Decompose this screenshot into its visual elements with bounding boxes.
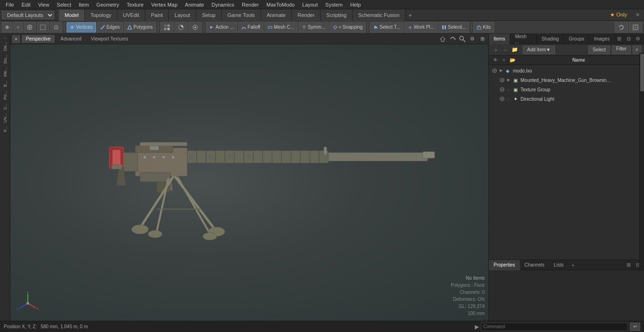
close-layout-btn[interactable]: ✕ xyxy=(633,10,642,20)
right-tab-mesh[interactable]: Mesh ... xyxy=(510,34,537,44)
rotate-view-btn[interactable] xyxy=(615,22,628,32)
world-space-btn[interactable]: ⊕ xyxy=(2,22,12,32)
workplane-btn[interactable]: Work Pl... xyxy=(405,22,438,32)
viewport-canvas[interactable]: No Items Polygons : Face Channels: 0 Def… xyxy=(10,44,488,321)
render-dot-btn[interactable] xyxy=(189,22,202,32)
menu-select[interactable]: Select xyxy=(53,1,75,8)
menu-file[interactable]: File xyxy=(2,1,18,8)
polygons-btn[interactable]: Polygons xyxy=(124,22,156,32)
tree-item-mesh[interactable]: ▣ Mounted_Heavy_Machine_Gun_Brownin... xyxy=(489,75,644,85)
right-tab-shading[interactable]: Shading xyxy=(537,34,564,44)
add-tab-button[interactable]: + xyxy=(405,10,415,20)
tab-setup[interactable]: Setup xyxy=(196,9,222,21)
viewport-container[interactable]: ≡ Perspective Advanced Viewport Textures… xyxy=(10,34,488,321)
menu-view[interactable]: View xyxy=(34,1,53,8)
tree-item-texture[interactable]: ▷ ▣ Texture Group xyxy=(489,85,644,94)
sidebar-item-mesh[interactable]: Me... xyxy=(2,65,8,79)
menu-item[interactable]: Item xyxy=(75,1,92,8)
menu-edit[interactable]: Edit xyxy=(18,1,34,8)
tree-arrow-root[interactable] xyxy=(498,67,504,74)
viewport-settings-icon[interactable]: ⚙ xyxy=(468,35,477,43)
menu-texture[interactable]: Texture xyxy=(123,1,148,8)
selection-sets-btn[interactable]: Selecti... xyxy=(438,22,469,32)
tab-schematic-fusion[interactable]: Schematic Fusion xyxy=(353,9,405,21)
tree-eye-texture[interactable] xyxy=(498,86,506,93)
tree-eye-mesh[interactable] xyxy=(498,76,506,84)
menu-layout[interactable]: Layout xyxy=(298,1,322,8)
tree-arrow-light[interactable]: ▷ xyxy=(506,95,512,103)
props-add-tab-btn[interactable]: + xyxy=(568,260,578,270)
tab-game-tools[interactable]: Game Tools xyxy=(222,9,261,21)
menu-geometry[interactable]: Geometry xyxy=(92,1,123,8)
viewport-menu-btn[interactable]: ≡ xyxy=(12,35,20,43)
props-tab-channels[interactable]: Channels xyxy=(520,260,549,270)
menu-help[interactable]: Help xyxy=(347,1,365,8)
sidebar-item-polygon[interactable]: Po... xyxy=(2,89,8,102)
items-lock-icon[interactable]: + xyxy=(500,57,508,64)
edges-btn[interactable]: Edges xyxy=(97,22,123,32)
snapping-btn[interactable]: ≈ Snapping xyxy=(330,22,366,32)
tab-layout[interactable]: Layout xyxy=(169,9,196,21)
add-item-icon-minus[interactable]: − xyxy=(501,46,510,54)
select-mode-btn[interactable] xyxy=(37,22,49,32)
filter-button[interactable]: Filter xyxy=(612,46,631,54)
collapse-panel-icon[interactable]: ⊟ xyxy=(624,35,633,43)
tree-eye-root[interactable] xyxy=(491,67,498,74)
expand-panel-icon[interactable]: ⊞ xyxy=(615,35,623,43)
menu-vertex-map[interactable]: Vertex Map xyxy=(148,1,182,8)
symmetry-btn[interactable]: Symm... xyxy=(298,22,329,32)
snap-btn[interactable]: ○ xyxy=(13,22,23,32)
command-submit-btn[interactable]: ↵ xyxy=(630,323,640,331)
items-scrollbar-thumb[interactable] xyxy=(640,54,644,91)
menu-animate[interactable]: Animate xyxy=(181,1,207,8)
right-tab-items[interactable]: Items xyxy=(489,34,510,44)
add-item-button[interactable]: Add Item ▼ xyxy=(523,46,555,54)
vertices-btn[interactable]: Vertices xyxy=(66,22,96,32)
menu-dynamics[interactable]: Dynamics xyxy=(208,1,238,8)
viewport-expand-icon[interactable]: ⊞ xyxy=(478,35,487,43)
viewport-grid-btn[interactable] xyxy=(629,22,642,32)
tree-arrow-texture[interactable]: ▷ xyxy=(506,86,512,93)
tab-uvedit[interactable]: UVEdit xyxy=(117,9,145,21)
items-eye-icon[interactable]: 👁 xyxy=(492,57,499,64)
tab-render[interactable]: Render xyxy=(292,9,321,21)
tab-model[interactable]: Model xyxy=(59,9,85,21)
shading-prev-btn[interactable] xyxy=(174,22,188,32)
menu-system[interactable]: System xyxy=(322,1,347,8)
viewport-zoom-icon[interactable] xyxy=(458,35,467,43)
add-item-icon-folder[interactable]: 📁 xyxy=(511,46,519,54)
menu-render[interactable]: Render xyxy=(238,1,263,8)
items-tree[interactable]: ◆ modo.lxo ▣ Mounted_Heavy_Machine_Gun_B… xyxy=(489,65,644,259)
mesh-constraint-btn[interactable]: Mesh C... xyxy=(264,22,297,32)
tree-item-light[interactable]: ▷ ✦ Directional Light xyxy=(489,94,644,104)
add-item-icon-plus[interactable]: + xyxy=(492,46,500,54)
transform-btn[interactable] xyxy=(24,22,36,32)
action-btn[interactable]: Action ... xyxy=(206,22,237,32)
props-tab-properties[interactable]: Properties xyxy=(489,260,520,270)
action-center-btn[interactable] xyxy=(50,22,62,32)
tab-scripting[interactable]: Scripting xyxy=(321,9,353,21)
tree-arrow-mesh[interactable] xyxy=(506,76,512,84)
sidebar-item-deform[interactable]: De... xyxy=(2,40,8,53)
command-input[interactable] xyxy=(481,323,628,331)
right-tab-groups[interactable]: Groups xyxy=(564,34,589,44)
kits-btn[interactable]: Kits xyxy=(473,22,494,32)
items-filter-icon[interactable]: 📂 xyxy=(509,57,516,64)
falloff-btn[interactable]: Falloff xyxy=(238,22,264,32)
sidebar-item-curve[interactable]: C... xyxy=(2,101,8,112)
viewport-perspective-tab[interactable]: Perspective xyxy=(22,35,55,43)
sidebar-item-edit[interactable]: E... xyxy=(2,79,8,89)
display-mode-btn[interactable] xyxy=(160,22,173,32)
tab-topology[interactable]: Topology xyxy=(85,9,117,21)
props-expand-icon[interactable]: ⊞ xyxy=(624,261,633,269)
sidebar-item-dup[interactable]: Du... xyxy=(2,53,8,65)
viewport-advanced-tab[interactable]: Advanced xyxy=(57,35,85,42)
props-tab-lists[interactable]: Lists xyxy=(549,260,569,270)
tree-item-root[interactable]: ◆ modo.lxo xyxy=(489,66,644,75)
select-tool-btn[interactable]: Select T... xyxy=(370,22,404,32)
items-scrollbar[interactable] xyxy=(639,53,644,271)
right-tab-images[interactable]: Images xyxy=(589,34,615,44)
layout-select[interactable]: Default Layouts xyxy=(2,11,54,19)
sidebar-item-falloff[interactable]: F... xyxy=(2,124,8,134)
viewport-rotate-icon[interactable] xyxy=(448,35,457,43)
